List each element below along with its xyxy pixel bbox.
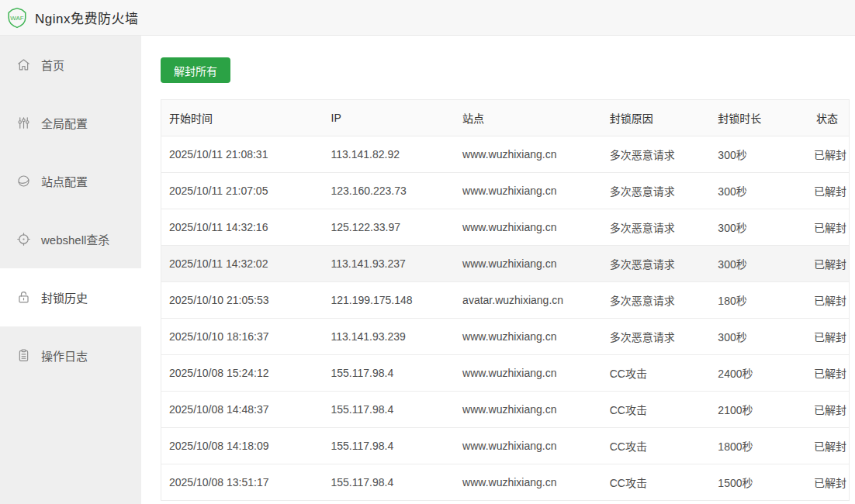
cell-time: 2025/10/10 21:05:53 xyxy=(161,294,324,306)
table-row[interactable]: 2025/10/10 18:16:37113.141.93.239www.wuz… xyxy=(161,319,849,355)
cell-site: www.wuzhixiang.cn xyxy=(455,221,602,233)
cell-duration: 2100秒 xyxy=(710,402,806,417)
cell-status: 已解封 xyxy=(806,147,849,162)
cell-reason: 多次恶意请求 xyxy=(602,292,711,308)
sidebar-item-label: 操作日志 xyxy=(41,347,88,364)
svg-text:WAF: WAF xyxy=(10,15,24,22)
page-title: Nginx免费防火墙 xyxy=(35,8,138,27)
cell-site: www.wuzhixiang.cn xyxy=(455,148,602,161)
cell-status: 已解封 xyxy=(806,183,849,198)
cell-time: 2025/10/08 15:24:12 xyxy=(161,367,324,379)
cell-site: www.wuzhixiang.cn xyxy=(455,367,602,379)
home-icon xyxy=(16,57,31,72)
cell-status: 已解封 xyxy=(806,438,849,454)
column-header-site: 站点 xyxy=(455,110,602,126)
cell-time: 2025/10/11 21:08:31 xyxy=(161,148,324,161)
cell-status: 已解封 xyxy=(806,292,849,308)
column-header-start-time: 开始时间 xyxy=(161,110,324,126)
cell-ip: 113.141.82.92 xyxy=(324,148,455,161)
cell-time: 2025/10/08 14:48:37 xyxy=(161,403,324,416)
cell-ip: 121.199.175.148 xyxy=(324,294,455,306)
app-header: WAF Nginx免费防火墙 xyxy=(0,0,855,36)
cell-time: 2025/10/08 13:51:17 xyxy=(161,476,324,488)
table-row[interactable]: 2025/10/11 21:07:05123.160.223.73www.wuz… xyxy=(161,173,849,209)
column-header-reason: 封锁原因 xyxy=(602,110,711,126)
sidebar-item-label: 首页 xyxy=(41,57,64,73)
cell-status: 已解封 xyxy=(806,219,849,235)
cell-site: www.wuzhixiang.cn xyxy=(455,476,602,488)
table-row[interactable]: 2025/10/08 13:51:17155.117.98.4www.wuzhi… xyxy=(161,464,849,501)
cell-reason: 多次恶意请求 xyxy=(602,256,711,271)
sidebar-item-label: 站点配置 xyxy=(41,173,88,189)
cell-site: www.wuzhixiang.cn xyxy=(455,440,602,452)
cell-duration: 1500秒 xyxy=(710,475,806,490)
sidebar-item-site-config[interactable]: 站点配置 xyxy=(0,152,141,210)
cell-time: 2025/10/08 14:18:09 xyxy=(161,440,324,452)
cell-ip: 155.117.98.4 xyxy=(324,476,455,488)
sidebar-item-label: 全局配置 xyxy=(41,115,88,131)
cell-ip: 113.141.93.237 xyxy=(324,257,455,270)
cell-site: www.wuzhixiang.cn xyxy=(455,403,602,416)
cell-duration: 300秒 xyxy=(710,329,806,344)
column-header-ip: IP xyxy=(324,112,455,124)
sidebar-item-block-history[interactable]: 封锁历史 xyxy=(0,268,141,326)
table-row[interactable]: 2025/10/11 14:32:16125.122.33.97www.wuzh… xyxy=(161,209,849,246)
cell-status: 已解封 xyxy=(806,475,849,490)
cell-duration: 180秒 xyxy=(710,292,806,308)
block-history-table: 开始时间 IP 站点 封锁原因 封锁时长 状态 2025/10/11 21:08… xyxy=(161,99,850,501)
cell-duration: 2400秒 xyxy=(710,365,806,381)
cell-site: avatar.wuzhixiang.cn xyxy=(455,294,602,306)
cell-reason: 多次恶意请求 xyxy=(602,219,711,235)
lock-icon xyxy=(16,290,31,305)
cell-duration: 1800秒 xyxy=(710,438,806,454)
cell-duration: 300秒 xyxy=(710,183,806,198)
table-row[interactable]: 2025/10/08 14:48:37155.117.98.4www.wuzhi… xyxy=(161,392,849,428)
table-header-row: 开始时间 IP 站点 封锁原因 封锁时长 状态 xyxy=(161,100,849,136)
cell-ip: 125.122.33.97 xyxy=(324,221,455,233)
sidebar-item-label: webshell查杀 xyxy=(41,231,109,247)
sidebar-item-webshell-scan[interactable]: webshell查杀 xyxy=(0,210,141,268)
cell-reason: 多次恶意请求 xyxy=(602,183,711,198)
cell-ip: 123.160.223.73 xyxy=(324,185,455,197)
cell-time: 2025/10/11 14:32:16 xyxy=(161,221,324,233)
cell-site: www.wuzhixiang.cn xyxy=(455,185,602,197)
cell-duration: 300秒 xyxy=(710,256,806,271)
cell-reason: CC攻击 xyxy=(602,438,711,454)
sidebar-item-global-config[interactable]: 全局配置 xyxy=(0,94,141,152)
app-window: WAF Nginx免费防火墙 首页 全局配置 站 xyxy=(0,0,855,504)
sidebar-item-operation-log[interactable]: 操作日志 xyxy=(0,326,141,385)
cell-time: 2025/10/10 18:16:37 xyxy=(161,330,324,343)
table-row[interactable]: 2025/10/08 15:24:12155.117.98.4www.wuzhi… xyxy=(161,355,849,392)
cell-duration: 300秒 xyxy=(710,147,806,162)
cell-time: 2025/10/11 14:32:02 xyxy=(161,257,324,270)
table-row[interactable]: 2025/10/08 14:18:09155.117.98.4www.wuzhi… xyxy=(161,428,849,464)
cell-status: 已解封 xyxy=(806,365,849,381)
unblock-all-button[interactable]: 解封所有 xyxy=(161,57,230,83)
main-content: 解封所有 开始时间 IP 站点 封锁原因 封锁时长 状态 2025/10/11 … xyxy=(141,36,855,504)
sidebar: 首页 全局配置 站点配置 xyxy=(0,36,141,504)
cell-status: 已解封 xyxy=(806,329,849,344)
cell-reason: 多次恶意请求 xyxy=(602,147,711,162)
sidebar-item-home[interactable]: 首页 xyxy=(0,36,141,94)
target-icon xyxy=(16,232,31,247)
cell-ip: 155.117.98.4 xyxy=(324,367,455,379)
cell-duration: 300秒 xyxy=(710,219,806,235)
cell-time: 2025/10/11 21:07:05 xyxy=(161,185,324,197)
clipboard-icon xyxy=(16,348,31,363)
cell-reason: 多次恶意请求 xyxy=(602,329,711,344)
cell-reason: CC攻击 xyxy=(602,402,711,417)
globe-icon xyxy=(16,174,31,188)
waf-shield-logo-icon: WAF xyxy=(5,6,29,29)
cell-ip: 113.141.93.239 xyxy=(324,330,455,343)
table-row[interactable]: 2025/10/11 14:32:02113.141.93.237www.wuz… xyxy=(161,246,849,282)
table-row[interactable]: 2025/10/10 21:05:53121.199.175.148avatar… xyxy=(161,282,849,319)
table-row[interactable]: 2025/10/11 21:08:31113.141.82.92www.wuzh… xyxy=(161,136,849,173)
cell-status: 已解封 xyxy=(806,256,849,271)
cell-reason: CC攻击 xyxy=(602,475,711,490)
cell-site: www.wuzhixiang.cn xyxy=(455,330,602,343)
table-body: 2025/10/11 21:08:31113.141.82.92www.wuzh… xyxy=(161,136,849,501)
column-header-status: 状态 xyxy=(806,110,849,126)
column-header-duration: 封锁时长 xyxy=(710,110,806,126)
cell-status: 已解封 xyxy=(806,402,849,417)
cell-ip: 155.117.98.4 xyxy=(324,440,455,452)
